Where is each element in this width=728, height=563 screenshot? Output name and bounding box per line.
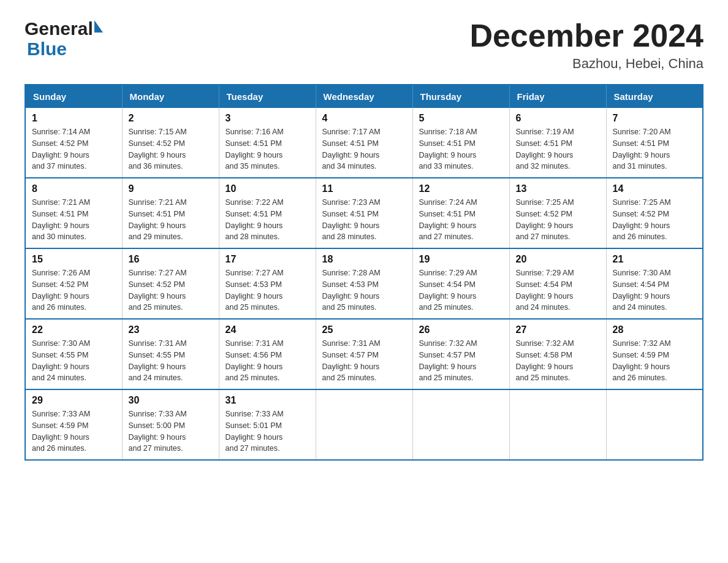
title-section: December 2024 Bazhou, Hebei, China: [469, 18, 703, 72]
day-number: 19: [419, 254, 503, 265]
day-number: 27: [516, 324, 600, 335]
calendar-cell: 6Sunrise: 7:19 AMSunset: 4:51 PMDaylight…: [509, 108, 606, 178]
day-number: 11: [322, 183, 406, 194]
day-info: Sunrise: 7:22 AMSunset: 4:51 PMDaylight:…: [226, 197, 309, 243]
day-number: 22: [32, 324, 116, 335]
calendar-table: SundayMondayTuesdayWednesdayThursdayFrid…: [25, 84, 703, 461]
calendar-cell: 17Sunrise: 7:27 AMSunset: 4:53 PMDayligh…: [219, 248, 316, 319]
day-info: Sunrise: 7:20 AMSunset: 4:51 PMDaylight:…: [613, 126, 697, 172]
day-number: 12: [419, 183, 503, 194]
day-number: 20: [516, 254, 600, 265]
day-number: 28: [613, 324, 697, 335]
day-header-thursday: Thursday: [412, 85, 509, 108]
calendar-cell: 22Sunrise: 7:30 AMSunset: 4:55 PMDayligh…: [25, 319, 122, 389]
calendar-cell: 20Sunrise: 7:29 AMSunset: 4:54 PMDayligh…: [509, 248, 606, 319]
calendar-cell: [316, 389, 412, 460]
day-info: Sunrise: 7:21 AMSunset: 4:51 PMDaylight:…: [129, 197, 213, 243]
calendar-cell: 21Sunrise: 7:30 AMSunset: 4:54 PMDayligh…: [606, 248, 703, 319]
calendar-cell: [606, 389, 703, 460]
day-info: Sunrise: 7:23 AMSunset: 4:51 PMDaylight:…: [322, 197, 406, 243]
day-number: 30: [129, 395, 213, 406]
calendar-cell: 26Sunrise: 7:32 AMSunset: 4:57 PMDayligh…: [412, 319, 509, 389]
calendar-week-row: 8Sunrise: 7:21 AMSunset: 4:51 PMDaylight…: [25, 178, 703, 248]
day-number: 21: [613, 254, 697, 265]
day-number: 5: [419, 113, 503, 124]
page-header: General Blue December 2024 Bazhou, Hebei…: [25, 18, 703, 72]
day-header-friday: Friday: [509, 85, 606, 108]
day-number: 15: [32, 254, 116, 265]
calendar-cell: 7Sunrise: 7:20 AMSunset: 4:51 PMDaylight…: [606, 108, 703, 178]
day-info: Sunrise: 7:18 AMSunset: 4:51 PMDaylight:…: [419, 126, 503, 172]
day-number: 17: [226, 254, 309, 265]
calendar-week-row: 1Sunrise: 7:14 AMSunset: 4:52 PMDaylight…: [25, 108, 703, 178]
day-number: 18: [322, 254, 406, 265]
day-info: Sunrise: 7:19 AMSunset: 4:51 PMDaylight:…: [516, 126, 600, 172]
day-info: Sunrise: 7:28 AMSunset: 4:53 PMDaylight:…: [322, 267, 406, 313]
day-number: 4: [322, 113, 406, 124]
day-info: Sunrise: 7:31 AMSunset: 4:57 PMDaylight:…: [322, 338, 406, 384]
day-number: 3: [226, 113, 309, 124]
day-info: Sunrise: 7:30 AMSunset: 4:55 PMDaylight:…: [32, 338, 116, 384]
calendar-cell: 25Sunrise: 7:31 AMSunset: 4:57 PMDayligh…: [316, 319, 412, 389]
day-info: Sunrise: 7:31 AMSunset: 4:55 PMDaylight:…: [129, 338, 213, 384]
main-title: December 2024: [469, 18, 703, 53]
day-info: Sunrise: 7:14 AMSunset: 4:52 PMDaylight:…: [32, 126, 116, 172]
calendar-cell: 5Sunrise: 7:18 AMSunset: 4:51 PMDaylight…: [412, 108, 509, 178]
logo: General Blue: [25, 18, 103, 59]
day-info: Sunrise: 7:33 AMSunset: 5:01 PMDaylight:…: [226, 408, 309, 454]
day-number: 14: [613, 183, 697, 194]
day-info: Sunrise: 7:32 AMSunset: 4:57 PMDaylight:…: [419, 338, 503, 384]
day-info: Sunrise: 7:25 AMSunset: 4:52 PMDaylight:…: [516, 197, 600, 243]
day-info: Sunrise: 7:31 AMSunset: 4:56 PMDaylight:…: [226, 338, 309, 384]
logo-general-text: General: [25, 18, 93, 39]
calendar-cell: 3Sunrise: 7:16 AMSunset: 4:51 PMDaylight…: [219, 108, 316, 178]
day-header-monday: Monday: [122, 85, 219, 108]
calendar-cell: 24Sunrise: 7:31 AMSunset: 4:56 PMDayligh…: [219, 319, 316, 389]
day-number: 2: [129, 113, 213, 124]
day-info: Sunrise: 7:32 AMSunset: 4:58 PMDaylight:…: [516, 338, 600, 384]
day-info: Sunrise: 7:26 AMSunset: 4:52 PMDaylight:…: [32, 267, 116, 313]
calendar-cell: 29Sunrise: 7:33 AMSunset: 4:59 PMDayligh…: [25, 389, 122, 460]
day-info: Sunrise: 7:27 AMSunset: 4:53 PMDaylight:…: [226, 267, 309, 313]
calendar-cell: 12Sunrise: 7:24 AMSunset: 4:51 PMDayligh…: [412, 178, 509, 248]
day-info: Sunrise: 7:32 AMSunset: 4:59 PMDaylight:…: [613, 338, 697, 384]
day-header-sunday: Sunday: [25, 85, 122, 108]
calendar-cell: 8Sunrise: 7:21 AMSunset: 4:51 PMDaylight…: [25, 178, 122, 248]
calendar-cell: 28Sunrise: 7:32 AMSunset: 4:59 PMDayligh…: [606, 319, 703, 389]
calendar-cell: [509, 389, 606, 460]
calendar-cell: 31Sunrise: 7:33 AMSunset: 5:01 PMDayligh…: [219, 389, 316, 460]
subtitle: Bazhou, Hebei, China: [469, 56, 703, 72]
calendar-cell: 11Sunrise: 7:23 AMSunset: 4:51 PMDayligh…: [316, 178, 412, 248]
calendar-cell: 23Sunrise: 7:31 AMSunset: 4:55 PMDayligh…: [122, 319, 219, 389]
calendar-cell: 15Sunrise: 7:26 AMSunset: 4:52 PMDayligh…: [25, 248, 122, 319]
calendar-cell: 27Sunrise: 7:32 AMSunset: 4:58 PMDayligh…: [509, 319, 606, 389]
day-number: 7: [613, 113, 697, 124]
logo-blue-text: Blue: [27, 39, 67, 59]
logo-arrow-icon: [94, 20, 103, 33]
day-info: Sunrise: 7:17 AMSunset: 4:51 PMDaylight:…: [322, 126, 406, 172]
calendar-cell: 4Sunrise: 7:17 AMSunset: 4:51 PMDaylight…: [316, 108, 412, 178]
day-info: Sunrise: 7:21 AMSunset: 4:51 PMDaylight:…: [32, 197, 116, 243]
calendar-cell: 2Sunrise: 7:15 AMSunset: 4:52 PMDaylight…: [122, 108, 219, 178]
calendar-header-row: SundayMondayTuesdayWednesdayThursdayFrid…: [25, 85, 703, 108]
day-number: 9: [129, 183, 213, 194]
day-number: 13: [516, 183, 600, 194]
day-info: Sunrise: 7:33 AMSunset: 4:59 PMDaylight:…: [32, 408, 116, 454]
calendar-week-row: 15Sunrise: 7:26 AMSunset: 4:52 PMDayligh…: [25, 248, 703, 319]
day-header-saturday: Saturday: [606, 85, 703, 108]
calendar-cell: 9Sunrise: 7:21 AMSunset: 4:51 PMDaylight…: [122, 178, 219, 248]
day-info: Sunrise: 7:27 AMSunset: 4:52 PMDaylight:…: [129, 267, 213, 313]
day-info: Sunrise: 7:29 AMSunset: 4:54 PMDaylight:…: [419, 267, 503, 313]
calendar-cell: 1Sunrise: 7:14 AMSunset: 4:52 PMDaylight…: [25, 108, 122, 178]
day-number: 25: [322, 324, 406, 335]
calendar-cell: 30Sunrise: 7:33 AMSunset: 5:00 PMDayligh…: [122, 389, 219, 460]
day-number: 31: [226, 395, 309, 406]
day-number: 29: [32, 395, 116, 406]
calendar-cell: [412, 389, 509, 460]
day-info: Sunrise: 7:30 AMSunset: 4:54 PMDaylight:…: [613, 267, 697, 313]
calendar-cell: 13Sunrise: 7:25 AMSunset: 4:52 PMDayligh…: [509, 178, 606, 248]
calendar-cell: 16Sunrise: 7:27 AMSunset: 4:52 PMDayligh…: [122, 248, 219, 319]
calendar-week-row: 22Sunrise: 7:30 AMSunset: 4:55 PMDayligh…: [25, 319, 703, 389]
day-number: 23: [129, 324, 213, 335]
day-number: 16: [129, 254, 213, 265]
